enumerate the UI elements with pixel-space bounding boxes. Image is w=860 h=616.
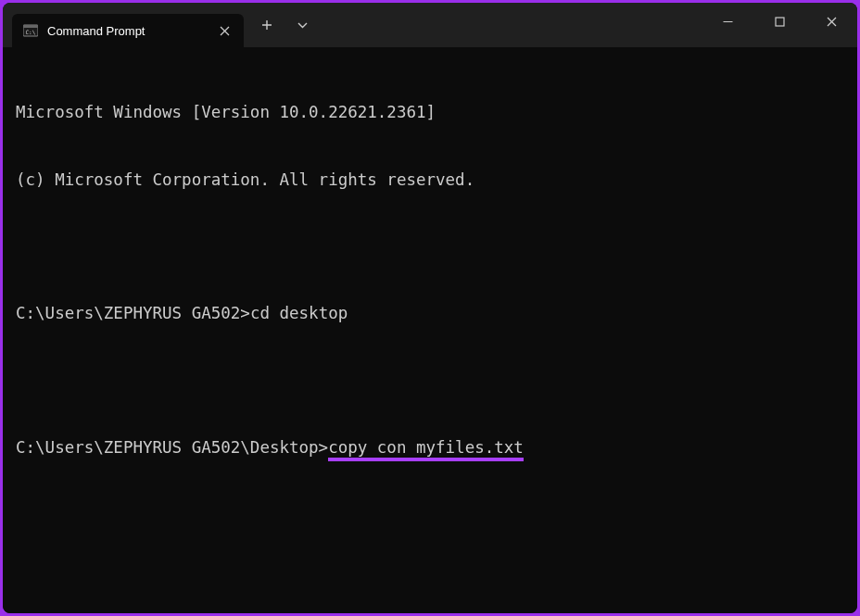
command-2-highlighted: copy con myfiles.txt xyxy=(328,438,524,461)
copyright-line: (c) Microsoft Corporation. All rights re… xyxy=(16,169,844,191)
terminal-window: C:\ Command Prompt xyxy=(3,3,857,613)
titlebar: C:\ Command Prompt xyxy=(3,3,857,47)
maximize-button[interactable] xyxy=(753,3,805,40)
minimize-button[interactable] xyxy=(702,3,753,40)
svg-rect-8 xyxy=(776,18,784,26)
terminal-content-area[interactable]: Microsoft Windows [Version 10.0.22621.23… xyxy=(3,47,857,613)
prompt-2: C:\Users\ZEPHYRUS GA502\Desktop> xyxy=(16,438,328,457)
prompt-line-2: C:\Users\ZEPHYRUS GA502\Desktop>copy con… xyxy=(16,436,844,459)
svg-text:C:\: C:\ xyxy=(26,29,36,35)
window-controls xyxy=(702,3,857,47)
tab-command-prompt[interactable]: C:\ Command Prompt xyxy=(12,14,244,47)
svg-rect-1 xyxy=(23,25,38,28)
prompt-line-1: C:\Users\ZEPHYRUS GA502>cd desktop xyxy=(16,302,844,324)
blank-line xyxy=(16,235,844,258)
tab-dropdown-button[interactable] xyxy=(286,9,318,41)
version-line: Microsoft Windows [Version 10.0.22621.23… xyxy=(16,101,844,123)
prompt-1: C:\Users\ZEPHYRUS GA502> xyxy=(16,304,250,322)
blank-line xyxy=(16,370,844,392)
new-tab-button[interactable] xyxy=(251,9,283,41)
command-1: cd desktop xyxy=(250,304,348,322)
tab-close-button[interactable] xyxy=(216,22,233,39)
command-prompt-icon: C:\ xyxy=(23,23,38,38)
tab-title: Command Prompt xyxy=(47,24,207,38)
tab-toolbar xyxy=(251,9,318,41)
close-window-button[interactable] xyxy=(805,3,857,40)
